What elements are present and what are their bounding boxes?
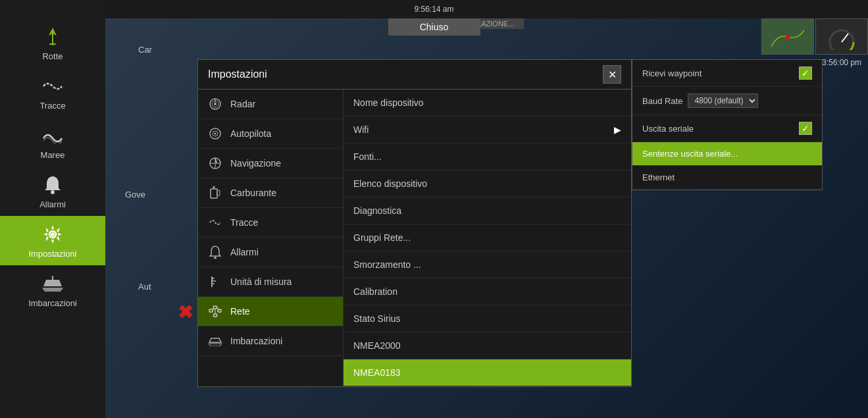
chiuso-button[interactable]: Chiuso [388, 18, 480, 36]
settings-menu-tracce-label: Tracce [230, 217, 258, 228]
tracce-menu-icon [208, 215, 222, 230]
settings-menu-allarmi-label: Allarmi [230, 247, 259, 257]
svg-rect-2 [49, 43, 56, 45]
sidebar-item-impostazioni[interactable]: Impostazioni [0, 216, 105, 265]
allarmi-menu-icon [208, 245, 222, 259]
svg-point-6 [51, 232, 55, 236]
svg-rect-33 [214, 306, 217, 309]
settings-menu-autopilota-label: Autopilota [230, 128, 271, 139]
settings-panel: Impostazioni ✕ Radar [197, 59, 632, 387]
unita-icon [208, 274, 222, 289]
settings-menu-item-unita[interactable]: Unità di misura [198, 267, 343, 297]
settings-header: Impostazioni ✕ [198, 60, 631, 90]
map-label-car: Car [138, 45, 152, 55]
content-item-elenco[interactable]: Elenco dispositivo [344, 170, 631, 197]
sidebar-item-rotte-label: Rotte [42, 51, 63, 61]
svg-line-11 [842, 34, 848, 42]
settings-menu-navigazione-label: Navigazione [230, 158, 281, 169]
sidebar-item-allarmi-label: Allarmi [39, 199, 66, 209]
clock: 9:56:14 am [414, 5, 453, 14]
navigazione-icon [208, 156, 222, 170]
impostazioni-icon [41, 222, 64, 246]
baud-rate-row: Baud Rate 4800 (default) 9600 38400 1152… [642, 93, 758, 108]
ricevi-waypoint-checkbox[interactable]: ✓ [799, 66, 812, 80]
settings-modal: Impostazioni ✕ Radar [197, 59, 868, 418]
svg-rect-32 [209, 309, 213, 312]
svg-point-8 [786, 35, 790, 39]
minimap-chart[interactable] [761, 18, 814, 55]
svg-rect-23 [211, 189, 217, 198]
sidebar-item-maree[interactable]: Maree [0, 117, 105, 167]
autopilota-icon [208, 126, 222, 141]
rotte-icon [41, 25, 64, 49]
content-item-fonti[interactable]: Fonti... [344, 144, 631, 170]
content-item-nome[interactable]: Nome dispositivo [344, 90, 631, 117]
sidebar-item-tracce-label: Tracce [39, 101, 65, 111]
content-item-calibration[interactable]: Calibration [344, 278, 631, 305]
sidebar-item-tracce[interactable]: Tracce [0, 68, 105, 117]
settings-close-button[interactable]: ✕ [603, 65, 621, 84]
imbarcazioni-icon [41, 272, 64, 296]
x-mark: ✖ [178, 301, 193, 323]
maree-icon [41, 124, 64, 147]
settings-menu-imbarcazioni-label: Imbarcazioni [230, 336, 282, 346]
tracce-icon [41, 74, 64, 98]
sub-item-uscita-seriale[interactable]: Uscita seriale ✓ [632, 115, 822, 142]
settings-menu-carburante-label: Carburante [230, 188, 276, 198]
sub-panel: Ricevi waypoint ✓ Baud Rate 4800 (defaul… [632, 59, 823, 190]
svg-point-18 [215, 133, 217, 135]
settings-menu-item-radar[interactable]: Radar [198, 90, 343, 119]
radar-icon [208, 97, 222, 111]
settings-menu: Radar Autopilota [198, 90, 343, 386]
map-label-gove: Gove [125, 190, 145, 199]
settings-menu-item-autopilota[interactable]: Autopilota [198, 119, 343, 149]
settings-title: Impostazioni [208, 68, 267, 80]
content-item-smorzamento[interactable]: Smorzamento ... [344, 251, 631, 278]
sub-item-ethernet[interactable]: Ethernet [632, 166, 822, 190]
carburante-icon [208, 186, 222, 200]
settings-menu-item-tracce[interactable]: Tracce [198, 208, 343, 238]
settings-menu-item-rete[interactable]: Rete [198, 297, 343, 327]
minimap-gauge[interactable] [815, 18, 868, 55]
svg-point-3 [51, 190, 55, 194]
content-item-diagnostica[interactable]: Diagnostica [344, 197, 631, 224]
map-label-aut: Aut [138, 282, 151, 292]
settings-body: Radar Autopilota [198, 90, 631, 386]
settings-menu-radar-label: Radar [230, 99, 255, 109]
sub-item-ricevi-waypoint[interactable]: Ricevi waypoint ✓ [632, 60, 822, 87]
wifi-chevron: ▶ [614, 124, 621, 135]
content-item-gruppi[interactable]: Gruppi Rete... [344, 224, 631, 251]
settings-menu-rete-label: Rete [230, 306, 250, 317]
sub-item-sentenze[interactable]: Sentenze uscita seriale... [632, 142, 822, 166]
imbarcazioni-menu-icon [208, 334, 222, 348]
settings-menu-item-allarmi[interactable]: Allarmi [198, 238, 343, 267]
settings-content: Nome dispositivo Wifi ▶ Fonti... Elenco … [343, 90, 631, 386]
sidebar-item-rotte[interactable]: Rotte [0, 18, 105, 68]
settings-menu-unita-label: Unità di misura [230, 276, 292, 287]
rete-icon [208, 304, 222, 319]
allarmi-icon [41, 173, 64, 197]
settings-menu-item-imbarcazioni-menu[interactable]: Imbarcazioni [198, 327, 343, 356]
sub-item-baud-rate[interactable]: Baud Rate 4800 (default) 9600 38400 1152… [632, 87, 822, 115]
content-item-nmea0183[interactable]: NMEA0183 [344, 359, 631, 386]
sidebar-item-allarmi[interactable]: Allarmi [0, 167, 105, 216]
content-item-wifi[interactable]: Wifi ▶ [344, 117, 631, 144]
sidebar-item-imbarcazioni-label: Imbarcazioni [28, 298, 77, 308]
content-item-nmea2000[interactable]: NMEA2000 [344, 332, 631, 359]
content-item-stato[interactable]: Stato Sirius [344, 305, 631, 332]
sidebar-item-impostazioni-label: Impostazioni [29, 249, 77, 259]
baud-rate-select[interactable]: 4800 (default) 9600 38400 115200 [688, 93, 758, 108]
top-bar: 9:56:14 am [0, 0, 868, 18]
svg-point-9 [830, 30, 854, 50]
uscita-seriale-checkbox[interactable]: ✓ [799, 122, 812, 135]
settings-menu-item-navigazione[interactable]: Navigazione [198, 149, 343, 178]
svg-point-27 [214, 257, 217, 259]
sidebar-item-imbarcazioni[interactable]: Imbarcazioni [0, 265, 105, 315]
sidebar-item-maree-label: Maree [41, 150, 65, 160]
sidebar: Rotte Tracce Maree Allarmi [0, 0, 105, 418]
svg-rect-35 [214, 314, 217, 317]
minimap-area [761, 18, 868, 55]
settings-menu-item-carburante[interactable]: Carburante [198, 178, 343, 208]
